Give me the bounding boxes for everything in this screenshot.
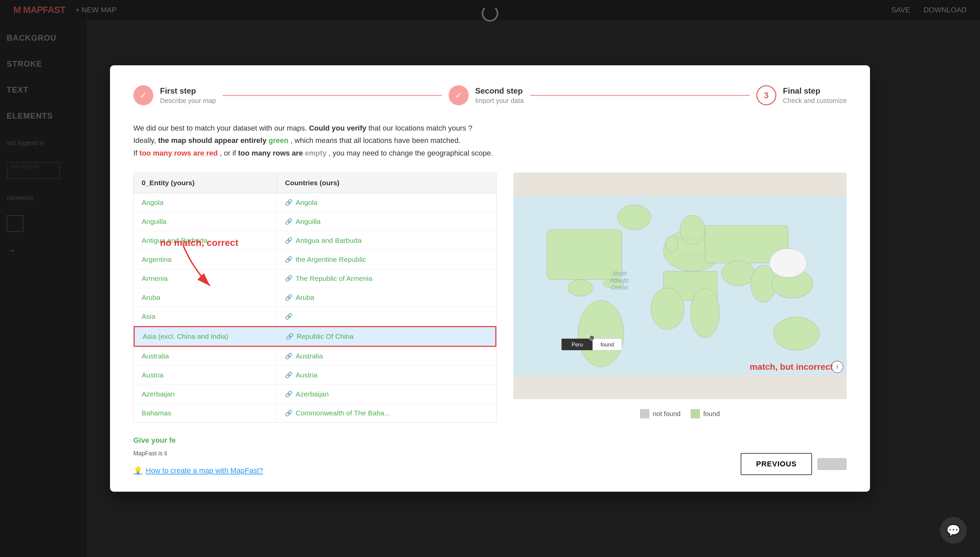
svg-point-30: [589, 336, 594, 340]
desc-line1-after: that our locations match yours ?: [369, 124, 472, 132]
steps-header: ✓ First step Describe your map ✓ Second …: [133, 85, 847, 105]
svg-text:Peru: Peru: [572, 342, 583, 347]
chat-button[interactable]: 💬: [940, 517, 967, 544]
table-row[interactable]: Bahamas 🔗 Commonwealth of The Baha...: [134, 404, 496, 422]
cell-yours: Azerbaijan: [134, 385, 277, 404]
col-ours-header: Countries (ours): [277, 173, 496, 193]
link-icon: 🔗: [285, 237, 292, 244]
world-map-svg: North Atlantic Ocean Peru found: [514, 173, 846, 399]
help-link[interactable]: 💡 How to create a map with MapFast?: [133, 466, 263, 475]
table-row[interactable]: Antigua and Barbuda 🔗 Antigua and Barbud…: [134, 231, 496, 250]
link-icon: 🔗: [285, 391, 292, 398]
step-2: ✓ Second step Import your data: [448, 85, 524, 105]
desc-line3-mid: , or if: [220, 149, 236, 157]
cell-ours: 🔗 The Republic of Armenia: [277, 269, 496, 288]
previous-button[interactable]: PREVIOUS: [741, 453, 812, 475]
legend-swatch-found: [691, 409, 700, 419]
modal-overlay: ✓ First step Describe your map ✓ Second …: [0, 0, 980, 557]
link-icon: 🔗: [285, 275, 292, 282]
desc-line3-before: If: [133, 149, 137, 157]
map-section: North Atlantic Ocean Peru found: [513, 173, 847, 423]
cell-ours: 🔗: [277, 307, 496, 326]
data-table: 0_Entity (yours) Countries (ours) Angola…: [133, 173, 497, 423]
step-1-icon: ✓: [133, 85, 153, 105]
link-icon: 🔗: [285, 409, 292, 417]
desc-line2-bold: the map should appear entirely: [158, 136, 266, 145]
svg-point-15: [578, 300, 624, 367]
help-link-text: How to create a map with MapFast?: [146, 466, 263, 475]
table-row[interactable]: Austria 🔗 Austria: [134, 366, 496, 385]
cell-ours: 🔗 Angola: [277, 193, 496, 212]
svg-point-9: [722, 261, 755, 286]
link-icon: 🔗: [285, 294, 292, 301]
desc-line2-before: Ideally,: [133, 136, 156, 145]
table-row[interactable]: Asia 🔗: [134, 307, 496, 326]
step-3-icon: 3: [756, 85, 776, 105]
lightbulb-icon: 💡: [133, 466, 142, 475]
nav-buttons: PREVIOUS: [741, 453, 847, 475]
cell-yours: Asia: [134, 307, 277, 326]
link-icon: 🔗: [285, 199, 292, 206]
desc-line1-before: We did our best to match your dataset wi…: [133, 124, 307, 132]
next-button[interactable]: [817, 458, 847, 470]
legend-swatch-not-found: [640, 409, 649, 419]
legend-found: found: [691, 409, 720, 419]
step-3-title: Final step: [783, 86, 847, 96]
cell-ours: 🔗 Antigua and Barbuda: [277, 231, 496, 250]
desc-line3-empty: empty: [305, 149, 327, 157]
table-row[interactable]: Angola 🔗 Angola: [134, 193, 496, 212]
svg-point-17: [774, 317, 819, 350]
step-2-subtitle: Import your data: [475, 97, 524, 104]
feedback-title: Give your fe: [133, 436, 263, 445]
legend-found-label: found: [703, 410, 720, 418]
legend-not-found: not found: [640, 409, 680, 419]
link-icon: 🔗: [285, 218, 292, 225]
modal-dialog: ✓ First step Describe your map ✓ Second …: [110, 65, 870, 492]
step-line-1: [223, 95, 442, 96]
table-row[interactable]: Armenia 🔗 The Republic of Armenia: [134, 269, 496, 288]
link-icon: 🔗: [285, 371, 292, 379]
cell-ours: 🔗 Azerbaijan: [277, 385, 496, 404]
table-row[interactable]: Anguilla 🔗 Anguilla: [134, 212, 496, 231]
cell-ours: 🔗 the Argentine Republic: [277, 250, 496, 269]
svg-point-14: [567, 280, 593, 296]
table-row[interactable]: Argentina 🔗 the Argentine Republic: [134, 250, 496, 269]
table-row[interactable]: Aruba 🔗 Aruba: [134, 288, 496, 307]
desc-line2-after: , which means that all locations have be…: [291, 136, 461, 145]
link-icon: 🔗: [285, 313, 292, 320]
table-row[interactable]: Australia 🔗 Australia: [134, 347, 496, 366]
cell-yours-highlighted: Asia (excl. China and India): [135, 327, 278, 346]
feedback-section: Give your fe MapFast is li 💡 How to crea…: [133, 436, 263, 475]
description-text: We did our best to match your dataset wi…: [133, 122, 847, 159]
bottom-section: Give your fe MapFast is li 💡 How to crea…: [133, 436, 847, 475]
cell-yours: Antigua and Barbuda: [134, 231, 277, 250]
map-legend: not found found: [513, 409, 847, 419]
svg-point-23: [769, 249, 807, 277]
cell-ours: 🔗 Austria: [277, 366, 496, 384]
feedback-text: MapFast is li: [133, 449, 263, 458]
cell-yours: Austria: [134, 366, 277, 384]
cell-ours: 🔗 Australia: [277, 347, 496, 365]
table-header: 0_Entity (yours) Countries (ours): [134, 173, 496, 193]
step-1: ✓ First step Describe your map: [133, 85, 216, 105]
step-1-subtitle: Describe your map: [160, 97, 216, 104]
desc-line2-green: green: [269, 136, 289, 145]
map-container: North Atlantic Ocean Peru found: [513, 173, 847, 399]
cell-yours: Argentina: [134, 250, 277, 269]
legend-not-found-label: not found: [653, 410, 680, 418]
cell-yours: Bahamas: [134, 404, 277, 422]
table-row[interactable]: Azerbaijan 🔗 Azerbaijan: [134, 385, 496, 404]
step-2-text: Second step Import your data: [475, 86, 524, 104]
link-icon: 🔗: [285, 352, 292, 360]
cell-ours: 🔗 Commonwealth of The Baha...: [277, 404, 496, 422]
svg-point-7: [651, 288, 684, 329]
svg-point-13: [618, 205, 651, 230]
step-3-text: Final step Check and customize: [783, 86, 847, 104]
desc-line3-red: too many rows are red: [139, 149, 218, 157]
table-section: no match, correct 0_Entity (yours) Count…: [133, 173, 497, 423]
table-row-highlighted[interactable]: Asia (excl. China and India) 🔗 Republic …: [134, 326, 496, 347]
svg-text:Atlantic: Atlantic: [610, 277, 629, 284]
step-2-title: Second step: [475, 86, 524, 96]
cell-ours-highlighted: 🔗 Republic Of China: [278, 327, 495, 346]
step-1-text: First step Describe your map: [160, 86, 216, 104]
